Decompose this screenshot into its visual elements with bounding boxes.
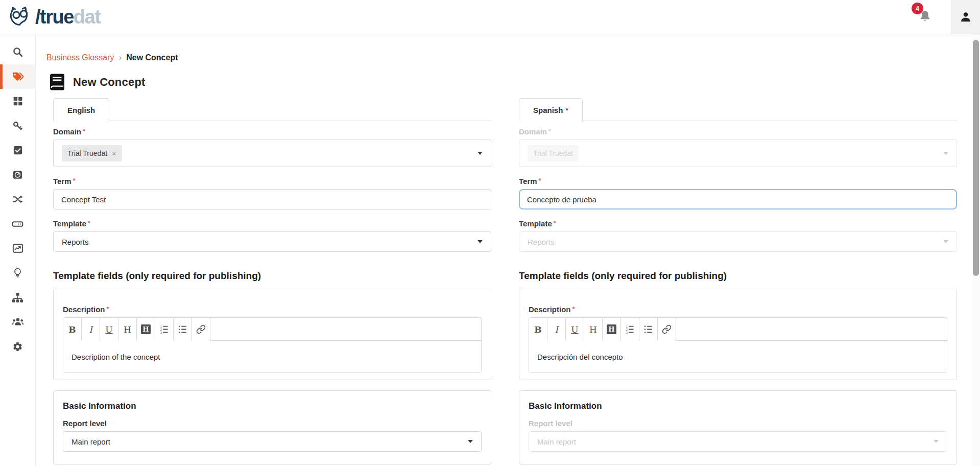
gear-icon [12,341,23,352]
chart-line-icon [12,243,23,254]
tab-english[interactable]: English [53,98,109,121]
heading-box-icon: H [141,324,151,334]
sidebar-item-structures[interactable] [0,212,35,236]
heading-block-button[interactable]: H [603,318,621,341]
svg-text:3: 3 [626,331,628,334]
underline-button[interactable]: U [100,318,118,341]
heading-button[interactable]: H [118,318,137,341]
editor-toolbar-en: B I U H H 1 2 3 [63,318,481,341]
book-icon [50,74,64,90]
term-label-es: Term* [519,177,957,185]
sidebar-item-search[interactable] [0,40,35,64]
basic-info-card-es: Basic Information Report level Main repo… [519,390,957,464]
template-fields-heading-es: Template fields (only required for publi… [519,270,957,282]
chevron-down-icon [477,240,483,243]
domain-select-es: Trial Truedat [519,139,957,167]
description-input-es[interactable]: Descripción del concepto [529,341,947,372]
report-level-select-es: Main report [529,431,947,452]
user-menu-button[interactable] [951,0,980,34]
ordered-list-icon: 1 2 3 [159,324,169,334]
bold-button[interactable]: B [529,318,547,341]
bold-button[interactable]: B [63,318,82,341]
page-title: New Concept [73,76,146,89]
sidebar-item-taxonomy[interactable] [0,285,35,310]
spanish-tabbar: Spanish * [519,98,957,121]
lightbulb-icon [13,267,22,278]
truedat-logo[interactable]: /truedat [0,6,100,28]
spanish-form: Spanish * Domain* Trial Truedat Term* Te… [519,98,957,464]
sidebar-item-lineage[interactable] [0,187,35,212]
description-label-es: Description* [529,305,947,314]
sidebar-item-catalog[interactable] [0,89,35,113]
report-level-select-en[interactable]: Main report [63,431,482,452]
description-label-en: Description* [63,305,482,314]
sidebar-item-dashboard[interactable] [0,162,35,187]
report-level-label-es: Report level [529,419,947,428]
remove-tag-icon[interactable]: × [112,150,116,157]
page-scrollbar[interactable] [972,34,980,466]
sidebar [0,34,36,466]
main-content: Business Glossary › New Concept New Conc… [36,34,972,466]
underline-button[interactable]: U [566,318,584,341]
users-icon [12,317,24,327]
english-tabbar: English [53,98,491,121]
italic-button[interactable]: I [547,318,566,341]
notification-badge: 4 [912,3,923,14]
breadcrumb-business-glossary[interactable]: Business Glossary [46,53,114,62]
svg-text:1: 1 [626,325,628,328]
domain-label-en: Domain* [53,127,491,136]
svg-text:3: 3 [160,331,162,334]
term-input-es[interactable] [519,189,957,209]
chevron-down-icon [934,440,939,443]
template-select-es: Reports [519,231,957,252]
ordered-list-icon: 1 2 3 [625,324,635,334]
logo-wordmark: /truedat [35,7,100,27]
link-button[interactable] [192,318,210,341]
domain-tag-es: Trial Truedat [528,145,579,161]
notifications-button[interactable]: 4 [918,9,933,25]
tab-spanish[interactable]: Spanish * [519,98,583,121]
sidebar-item-glossary[interactable] [0,64,35,89]
template-select-en[interactable]: Reports [53,231,491,252]
scrollbar-thumb[interactable] [973,40,979,276]
editor-toolbar-es: B I U H H 1 2 3 [529,318,947,341]
heading-button[interactable]: H [584,318,603,341]
tags-icon [12,72,24,82]
heading-block-button[interactable]: H [137,318,155,341]
unordered-list-button[interactable] [174,318,192,341]
unordered-list-icon [643,324,653,334]
sidebar-item-insights[interactable] [0,261,35,285]
template-label-en: Template* [53,219,491,228]
sidebar-item-users[interactable] [0,310,35,334]
italic-button[interactable]: I [82,318,100,341]
sidebar-item-quality[interactable] [0,138,35,162]
server-icon [12,218,23,230]
ordered-list-button[interactable]: 1 2 3 [155,318,174,341]
basic-info-heading-es: Basic Information [529,401,947,411]
english-form: English Domain* Trial Truedat× Term* Tem… [53,98,491,464]
link-icon [196,324,206,334]
domain-select-en[interactable]: Trial Truedat× [53,139,491,167]
chevron-down-icon [477,152,483,155]
description-input-en[interactable]: Description of the concept [63,341,481,372]
svg-text:2: 2 [626,328,628,331]
breadcrumb: Business Glossary › New Concept [46,53,972,63]
check-square-icon [13,145,23,155]
svg-text:2: 2 [160,328,162,331]
sidebar-item-analytics[interactable] [0,236,35,261]
domain-label-es: Domain* [519,127,957,136]
unordered-list-button[interactable] [639,318,658,341]
chevron-down-icon [943,152,948,155]
sidebar-item-access[interactable] [0,113,35,138]
app-header: /truedat 4 [0,0,980,34]
owl-icon [8,6,32,28]
term-input-en[interactable] [53,189,491,209]
report-level-label-en: Report level [63,419,482,428]
svg-text:1: 1 [160,325,162,328]
sidebar-item-settings[interactable] [0,334,35,359]
sitemap-icon [12,292,23,303]
link-button[interactable] [658,318,676,341]
description-card-en: Description* B I U H H 1 [53,289,491,380]
ordered-list-button[interactable]: 1 2 3 [621,318,639,341]
basic-info-heading-en: Basic Information [63,401,482,411]
